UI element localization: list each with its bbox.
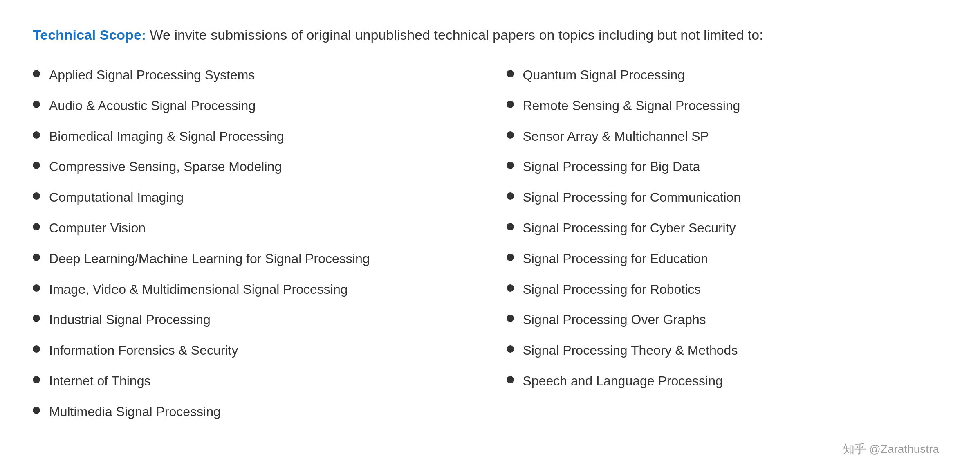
- list-item: Image, Video & Multidimensional Signal P…: [33, 280, 474, 299]
- bullet-icon: [33, 376, 40, 383]
- bold-label: Technical Scope:: [33, 27, 146, 43]
- item-text: Remote Sensing & Signal Processing: [523, 97, 948, 115]
- list-item: Sensor Array & Multichannel SP: [507, 127, 948, 146]
- list-item: Audio & Acoustic Signal Processing: [33, 97, 474, 115]
- bullet-icon: [507, 162, 514, 169]
- list-item: Biomedical Imaging & Signal Processing: [33, 127, 474, 146]
- list-item: Quantum Signal Processing: [507, 66, 948, 84]
- bullet-icon: [507, 315, 514, 322]
- columns-wrapper: Applied Signal Processing Systems Audio …: [33, 66, 947, 433]
- bullet-icon: [507, 223, 514, 230]
- list-item: Signal Processing for Cyber Security: [507, 219, 948, 237]
- list-item: Signal Processing for Robotics: [507, 280, 948, 299]
- list-item: Computer Vision: [33, 219, 474, 237]
- bullet-icon: [33, 254, 40, 261]
- item-text: Signal Processing Theory & Methods: [523, 341, 948, 360]
- list-item: Internet of Things: [33, 372, 474, 390]
- bullet-icon: [33, 70, 40, 77]
- page-container: Technical Scope: We invite submissions o…: [33, 25, 947, 457]
- bullet-icon: [33, 315, 40, 322]
- bullet-icon: [33, 162, 40, 169]
- bullet-icon: [33, 101, 40, 108]
- bullet-icon: [507, 131, 514, 139]
- header-section: Technical Scope: We invite submissions o…: [33, 25, 947, 45]
- item-text: Signal Processing Over Graphs: [523, 311, 948, 329]
- bullet-icon: [33, 345, 40, 353]
- bullet-icon: [33, 131, 40, 139]
- list-item: Deep Learning/Machine Learning for Signa…: [33, 250, 474, 268]
- list-item: Compressive Sensing, Sparse Modeling: [33, 158, 474, 176]
- list-item: Signal Processing for Education: [507, 250, 948, 268]
- item-text: Compressive Sensing, Sparse Modeling: [49, 158, 474, 176]
- list-item: Multimedia Signal Processing: [33, 403, 474, 421]
- bullet-icon: [33, 284, 40, 292]
- item-text: Computational Imaging: [49, 188, 474, 207]
- list-item: Speech and Language Processing: [507, 372, 948, 390]
- item-text: Internet of Things: [49, 372, 474, 390]
- list-item: Industrial Signal Processing: [33, 311, 474, 329]
- item-text: Sensor Array & Multichannel SP: [523, 127, 948, 146]
- bullet-icon: [507, 70, 514, 77]
- bullet-icon: [33, 223, 40, 230]
- list-item: Computational Imaging: [33, 188, 474, 207]
- list-item: Signal Processing for Big Data: [507, 158, 948, 176]
- item-text: Signal Processing for Communication: [523, 188, 948, 207]
- item-text: Industrial Signal Processing: [49, 311, 474, 329]
- item-text: Computer Vision: [49, 219, 474, 237]
- bullet-icon: [33, 192, 40, 200]
- right-column: Quantum Signal Processing Remote Sensing…: [507, 66, 948, 433]
- list-item: Remote Sensing & Signal Processing: [507, 97, 948, 115]
- left-column: Applied Signal Processing Systems Audio …: [33, 66, 474, 433]
- bullet-icon: [507, 101, 514, 108]
- item-text: Quantum Signal Processing: [523, 66, 948, 84]
- list-item: Information Forensics & Security: [33, 341, 474, 360]
- item-text: Signal Processing for Cyber Security: [523, 219, 948, 237]
- item-text: Deep Learning/Machine Learning for Signa…: [49, 250, 474, 268]
- bullet-icon: [507, 192, 514, 200]
- item-text: Biomedical Imaging & Signal Processing: [49, 127, 474, 146]
- bullet-icon: [507, 254, 514, 261]
- item-text: Image, Video & Multidimensional Signal P…: [49, 280, 474, 299]
- list-item: Signal Processing Theory & Methods: [507, 341, 948, 360]
- item-text: Signal Processing for Robotics: [523, 280, 948, 299]
- list-item: Signal Processing Over Graphs: [507, 311, 948, 329]
- header-description: We invite submissions of original unpubl…: [146, 27, 763, 43]
- item-text: Information Forensics & Security: [49, 341, 474, 360]
- item-text: Signal Processing for Education: [523, 250, 948, 268]
- item-text: Audio & Acoustic Signal Processing: [49, 97, 474, 115]
- bullet-icon: [507, 376, 514, 383]
- item-text: Applied Signal Processing Systems: [49, 66, 474, 84]
- bullet-icon: [507, 345, 514, 353]
- bullet-icon: [33, 407, 40, 414]
- watermark: 知乎 @Zarathustra: [33, 441, 947, 457]
- list-item: Signal Processing for Communication: [507, 188, 948, 207]
- item-text: Signal Processing for Big Data: [523, 158, 948, 176]
- bullet-icon: [507, 284, 514, 292]
- list-item: Applied Signal Processing Systems: [33, 66, 474, 84]
- item-text: Speech and Language Processing: [523, 372, 948, 390]
- item-text: Multimedia Signal Processing: [49, 403, 474, 421]
